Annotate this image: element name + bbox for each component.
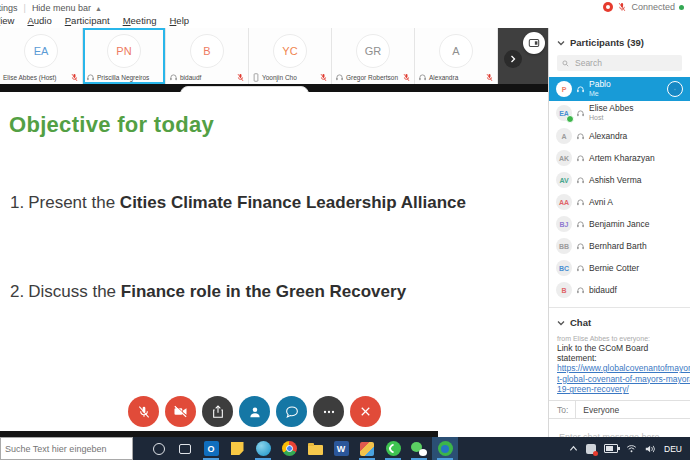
- participant-row[interactable]: AV Ashish Verma: [549, 169, 690, 191]
- video-thumbnail-yoonjin[interactable]: YC Yoonjin Cho: [249, 28, 332, 84]
- webex-meeting-window: Settings | Hide menu bar ▲ Connected Vie…: [0, 0, 690, 460]
- list-number: 1.: [10, 192, 24, 214]
- participant-row[interactable]: AK Artem Kharazyan: [549, 147, 690, 169]
- avatar: BC: [556, 260, 572, 276]
- participant-name: Benjamin Jance: [589, 219, 649, 229]
- outlook-button[interactable]: [198, 437, 224, 460]
- avatar-initials: B: [203, 45, 210, 57]
- tray-app-icon[interactable]: [586, 444, 596, 454]
- file-explorer-button[interactable]: [302, 437, 328, 460]
- filmstrip-end: [498, 28, 548, 84]
- meeting-controls: [128, 396, 381, 427]
- task-view-button[interactable]: [172, 437, 198, 460]
- chrome-button[interactable]: [276, 437, 302, 460]
- leave-meeting-button[interactable]: [350, 396, 381, 427]
- participant-name: Alexandra: [429, 74, 458, 81]
- participants-section-header[interactable]: Participants (39): [549, 28, 690, 53]
- webex-meetings-icon: [256, 441, 271, 456]
- share-content-button[interactable]: [202, 396, 233, 427]
- participant-row-me[interactable]: P PabloMe: [549, 77, 690, 101]
- slide-title: Objective for today: [9, 112, 214, 138]
- participant-row[interactable]: B bidaudf: [549, 279, 690, 301]
- menu-audio[interactable]: Audio: [27, 15, 51, 26]
- wechat-icon: [411, 442, 427, 456]
- unmute-button[interactable]: [128, 396, 159, 427]
- photos-button[interactable]: [354, 437, 380, 460]
- video-thumbnail-elise[interactable]: EA Elise Abbes (Host): [0, 28, 83, 84]
- sticky-notes-icon: [231, 442, 244, 455]
- avatar: BJ: [556, 216, 572, 232]
- more-options-button[interactable]: [313, 396, 344, 427]
- side-panel: Participants (39) P PabloMe EA Elise Abb…: [548, 28, 690, 437]
- chevron-down-icon: [557, 320, 565, 326]
- participant-row[interactable]: AA Avni A: [549, 191, 690, 213]
- start-video-button[interactable]: [165, 396, 196, 427]
- participant-name: Alexandra: [589, 131, 627, 141]
- avatar: EA: [24, 34, 58, 68]
- taskbar-search-input[interactable]: [1, 443, 132, 455]
- webex-active-app-button[interactable]: [432, 437, 458, 460]
- chat-section-header[interactable]: Chat: [549, 308, 690, 333]
- recipient-select[interactable]: Everyone: [576, 405, 690, 415]
- avatar-initials: A: [452, 45, 459, 57]
- task-view-icon: [179, 444, 191, 454]
- avatar: P: [556, 81, 572, 97]
- whatsapp-button[interactable]: [380, 437, 406, 460]
- menu-help[interactable]: Help: [169, 15, 189, 26]
- word-button[interactable]: [328, 437, 354, 460]
- cortana-icon: [153, 443, 165, 455]
- participant-row[interactable]: BJ Benjamin Jance: [549, 213, 690, 235]
- participant-row[interactable]: BC Bernie Cotter: [549, 257, 690, 279]
- menu-participant[interactable]: Participant: [65, 15, 110, 26]
- avatar-initials: EA: [34, 45, 49, 57]
- wifi-icon[interactable]: [626, 444, 637, 453]
- taskbar-search-box[interactable]: [0, 437, 133, 460]
- unmute-me-button[interactable]: [667, 81, 683, 97]
- file-explorer-icon: [308, 445, 323, 455]
- menu-meeting[interactable]: Meeting: [123, 15, 157, 26]
- settings-label[interactable]: Settings: [0, 3, 18, 13]
- volume-icon[interactable]: [645, 444, 656, 454]
- chat-link-line[interactable]: 19-green-recovery/: [549, 384, 690, 395]
- chat-link-line[interactable]: t-global-covenant-of-mayors-mayoral-boa: [549, 374, 690, 385]
- tray-expand-icon[interactable]: [569, 445, 578, 452]
- chat-section: Chat from Elise Abbes to everyone: Link …: [549, 307, 690, 395]
- recording-indicator-icon[interactable]: [603, 2, 613, 12]
- chat-link-line[interactable]: https://www.globalcovenantofmayors.org/: [549, 363, 690, 374]
- windows-taskbar: DEU: [0, 437, 690, 460]
- search-input[interactable]: [573, 57, 677, 69]
- participant-name-bar: Alexandra: [415, 71, 497, 84]
- video-thumbnail-bidaudf[interactable]: B bidaudf: [166, 28, 249, 84]
- avatar: YC: [273, 34, 307, 68]
- avatar: AA: [556, 194, 572, 210]
- next-participants-button[interactable]: [504, 50, 522, 68]
- hide-menu-bar-button[interactable]: Hide menu bar: [32, 3, 91, 13]
- wechat-button[interactable]: [406, 437, 432, 460]
- mic-icon: [674, 85, 676, 94]
- mic-muted-icon: [485, 73, 494, 82]
- headset-icon: [576, 109, 585, 118]
- video-thumbnail-priscilla-active-speaker[interactable]: PN Priscilla Negreiros: [83, 28, 166, 84]
- sticky-notes-button[interactable]: [224, 437, 250, 460]
- whatsapp-icon: [386, 441, 401, 456]
- avatar: B: [190, 34, 224, 68]
- participants-panel-button[interactable]: [239, 396, 270, 427]
- participant-row-elise[interactable]: EA Elise AbbesHost: [549, 101, 690, 125]
- battery-icon[interactable]: [604, 444, 618, 453]
- participant-row[interactable]: A Alexandra: [549, 125, 690, 147]
- chat-panel-button[interactable]: [276, 396, 307, 427]
- menu-view[interactable]: View: [0, 15, 14, 26]
- video-thumbnail-alexandra[interactable]: A Alexandra: [415, 28, 498, 84]
- layout-view-button[interactable]: [523, 32, 545, 54]
- chevron-up-icon: ▲: [95, 5, 102, 12]
- participants-count-label: Participants (39): [570, 37, 644, 48]
- connection-status: Connected: [603, 2, 684, 12]
- avatar: B: [556, 282, 572, 298]
- participant-row[interactable]: BB Bernhard Barth: [549, 235, 690, 257]
- chat-message-meta: from Elise Abbes to everyone:: [549, 333, 690, 342]
- video-thumbnail-gregor[interactable]: GR Gregor Robertson: [332, 28, 415, 84]
- participant-search[interactable]: [557, 55, 682, 71]
- webex-meetings-button[interactable]: [250, 437, 276, 460]
- language-indicator[interactable]: DEU: [664, 444, 682, 454]
- cortana-button[interactable]: [146, 437, 172, 460]
